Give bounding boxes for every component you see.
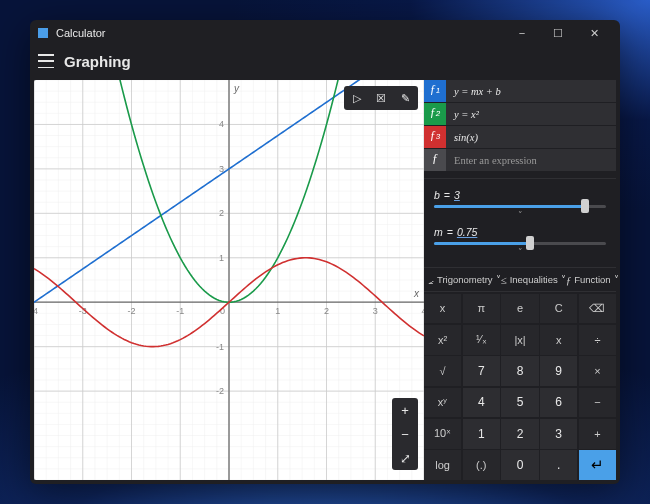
settings-tool-icon[interactable]: ✎	[396, 92, 414, 105]
slider-b: b = 3˅	[434, 189, 606, 220]
key-[interactable]: ×	[579, 356, 616, 386]
key-x[interactable]: xʸ	[424, 388, 461, 418]
key-log[interactable]: log	[424, 450, 461, 480]
function-badge[interactable]: ƒ	[424, 149, 446, 171]
function-expression[interactable]: Enter an expression	[446, 149, 616, 171]
slider-value[interactable]: 0.75	[457, 226, 477, 238]
key-[interactable]: .	[540, 450, 577, 480]
zoom-controls: + − ⤢	[392, 398, 418, 470]
close-button[interactable]: ✕	[576, 20, 612, 46]
key-0[interactable]: 0	[501, 450, 538, 480]
key-3[interactable]: 3	[540, 419, 577, 449]
svg-text:-4: -4	[34, 306, 38, 316]
key-[interactable]: (.)	[463, 450, 500, 480]
inequality-icon: ≤	[501, 274, 507, 286]
slider-var: b	[434, 189, 440, 201]
calculator-window: Calculator − ☐ ✕ Graphing yx-4-3-2-11234…	[30, 20, 620, 484]
svg-text:1: 1	[219, 253, 224, 263]
chevron-down-icon: ˅	[614, 274, 619, 285]
key-[interactable]: √	[424, 356, 461, 386]
key-x[interactable]: x	[540, 325, 577, 355]
svg-text:-1: -1	[176, 306, 184, 316]
zoom-in-button[interactable]: +	[392, 398, 418, 422]
titlebar[interactable]: Calculator − ☐ ✕	[30, 20, 620, 46]
function-row[interactable]: ƒ3sin(x)	[424, 126, 616, 148]
slider-m: m = 0.75˅	[434, 226, 606, 257]
app-icon	[38, 28, 48, 38]
chevron-down-icon[interactable]: ˅	[434, 210, 606, 220]
svg-text:4: 4	[219, 119, 224, 129]
svg-text:-2: -2	[216, 386, 224, 396]
function-expression[interactable]: sin(x)	[446, 126, 616, 148]
graph-canvas: yx-4-3-2-112340-2-11234	[34, 80, 424, 480]
function-expression[interactable]: y = mx + b	[446, 80, 616, 102]
key-[interactable]: −	[579, 388, 616, 418]
function-input-row[interactable]: ƒEnter an expression	[424, 149, 616, 171]
key-5[interactable]: 5	[501, 388, 538, 418]
side-panel: ƒ1y = mx + bƒ2y = x²ƒ3sin(x)ƒEnter an ex…	[424, 80, 616, 480]
zoom-out-button[interactable]: −	[392, 422, 418, 446]
key-7[interactable]: 7	[463, 356, 500, 386]
menu-icon[interactable]	[38, 54, 54, 68]
key-2[interactable]: 2	[501, 419, 538, 449]
function-row[interactable]: ƒ2y = x²	[424, 103, 616, 125]
svg-text:2: 2	[219, 208, 224, 218]
slider-value[interactable]: 3	[454, 189, 460, 201]
slider-track[interactable]	[434, 205, 606, 208]
key-9[interactable]: 9	[540, 356, 577, 386]
window-title: Calculator	[56, 27, 106, 39]
function-row[interactable]: ƒ1y = mx + b	[424, 80, 616, 102]
function-list: ƒ1y = mx + bƒ2y = x²ƒ3sin(x)ƒEnter an ex…	[424, 80, 616, 172]
svg-text:1: 1	[275, 306, 280, 316]
svg-text:-1: -1	[216, 342, 224, 352]
key-[interactable]: ↵	[579, 450, 616, 480]
trace-tool-icon[interactable]: ▷	[348, 92, 366, 105]
key-e[interactable]: e	[501, 294, 538, 324]
minimize-button[interactable]: −	[504, 20, 540, 46]
graph-toolbar: ▷ ☒ ✎	[344, 86, 418, 110]
slider-var: m	[434, 226, 443, 238]
key-[interactable]: ÷	[579, 325, 616, 355]
key-[interactable]: ¹⁄ₓ	[463, 325, 500, 355]
key-c[interactable]: C	[540, 294, 577, 324]
chevron-down-icon[interactable]: ˅	[434, 247, 606, 257]
header: Graphing	[30, 46, 620, 76]
maximize-button[interactable]: ☐	[540, 20, 576, 46]
slider-track[interactable]	[434, 242, 606, 245]
key-8[interactable]: 8	[501, 356, 538, 386]
function-expression[interactable]: y = x²	[446, 103, 616, 125]
key-4[interactable]: 4	[463, 388, 500, 418]
category-row: ⦟ Trigonometry ˅ ≤ Inequalities ˅ ƒ Func…	[424, 268, 616, 292]
svg-text:3: 3	[373, 306, 378, 316]
key-6[interactable]: 6	[540, 388, 577, 418]
key-x[interactable]: x	[424, 294, 461, 324]
svg-text:y: y	[233, 83, 240, 94]
svg-text:-2: -2	[127, 306, 135, 316]
slider-thumb[interactable]	[581, 199, 589, 213]
angle-icon: ⦟	[428, 274, 434, 286]
svg-text:x: x	[413, 288, 420, 299]
category-function[interactable]: ƒ Function ˅	[566, 274, 619, 286]
key-10[interactable]: 10ˣ	[424, 419, 461, 449]
category-inequalities[interactable]: ≤ Inequalities ˅	[501, 274, 566, 286]
keypad: xπeC⌫x²¹⁄ₓ|x|x÷√789×xʸ456−10ˣ123+log(.)0…	[424, 292, 616, 480]
category-trigonometry[interactable]: ⦟ Trigonometry ˅	[428, 274, 501, 286]
key-[interactable]: +	[579, 419, 616, 449]
zoom-fit-button[interactable]: ⤢	[392, 446, 418, 470]
function-badge[interactable]: ƒ1	[424, 80, 446, 102]
key-1[interactable]: 1	[463, 419, 500, 449]
variable-sliders: b = 3˅m = 0.75˅	[424, 178, 616, 268]
function-badge[interactable]: ƒ2	[424, 103, 446, 125]
function-badge[interactable]: ƒ3	[424, 126, 446, 148]
mode-title: Graphing	[64, 53, 131, 70]
key-[interactable]: π	[463, 294, 500, 324]
function-icon: ƒ	[566, 274, 572, 286]
key-graph-tool-icon[interactable]: ☒	[372, 92, 390, 105]
key-x[interactable]: |x|	[501, 325, 538, 355]
svg-text:4: 4	[421, 306, 424, 316]
key-x[interactable]: x²	[424, 325, 461, 355]
graph-pane[interactable]: yx-4-3-2-112340-2-11234 ▷ ☒ ✎ + − ⤢	[34, 80, 424, 480]
slider-thumb[interactable]	[526, 236, 534, 250]
svg-text:2: 2	[324, 306, 329, 316]
key-[interactable]: ⌫	[579, 294, 616, 324]
